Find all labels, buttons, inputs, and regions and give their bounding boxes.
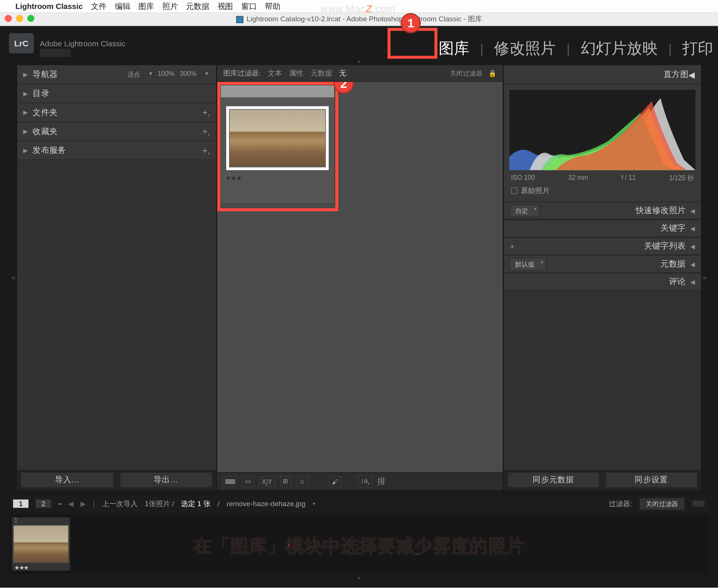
close-window-button[interactable] bbox=[5, 15, 12, 22]
window-title: Lightroom Catalog-v10-2.lrcat - Adobe Ph… bbox=[246, 14, 482, 24]
quick-develop-label: 快速修改照片 bbox=[636, 205, 685, 216]
triangle-right-icon: ▶ bbox=[23, 90, 28, 96]
nav-forward-icon[interactable]: ▶ bbox=[80, 499, 86, 508]
left-panel: ▶ 导航器 适合▾ 100% 300%▾ ▶ 目录 ▶ 文件夹 +, ▶ bbox=[17, 65, 216, 490]
display-secondary[interactable]: 2 bbox=[36, 499, 51, 508]
triangle-right-icon: ▶ bbox=[23, 109, 28, 116]
collections-label: 收藏夹 bbox=[33, 126, 58, 137]
triangle-right-icon: ▶ bbox=[23, 147, 28, 154]
module-sep: | bbox=[668, 41, 672, 57]
thumbnail-image bbox=[229, 109, 326, 167]
menubar-app[interactable]: Lightroom Classic bbox=[15, 2, 83, 11]
triangle-left-icon: ◀ bbox=[690, 207, 695, 214]
sort-direction-icon[interactable]: ↕az bbox=[358, 475, 373, 487]
minimize-window-button[interactable] bbox=[16, 15, 23, 22]
catalog-header[interactable]: ▶ 目录 bbox=[17, 84, 216, 103]
filter-meta[interactable]: 元数据 bbox=[311, 68, 332, 78]
collections-header[interactable]: ▶ 收藏夹 +, bbox=[17, 122, 216, 141]
filter-text[interactable]: 文本 bbox=[268, 68, 282, 78]
triangle-right-icon: ▶ bbox=[23, 71, 28, 77]
breadcrumb-source[interactable]: 上一次导入 bbox=[102, 499, 138, 509]
filmstrip-rating: ★★★ bbox=[12, 564, 70, 570]
module-library[interactable]: 图库 bbox=[439, 38, 470, 59]
metadata-preset[interactable]: 默认值 bbox=[510, 258, 546, 270]
menu-edit[interactable]: 编辑 bbox=[115, 1, 130, 12]
filter-none[interactable]: 无 bbox=[339, 68, 346, 78]
keywording-header[interactable]: 关键字 ◀ bbox=[504, 219, 701, 237]
collections-add-icon[interactable]: +, bbox=[202, 126, 210, 136]
navigator-header[interactable]: ▶ 导航器 适合▾ 100% 300%▾ bbox=[17, 65, 216, 84]
menu-library[interactable]: 图库 bbox=[138, 1, 154, 12]
menu-metadata[interactable]: 元数据 bbox=[186, 1, 209, 12]
filter-switch[interactable] bbox=[692, 500, 705, 507]
left-panel-expander[interactable]: ◀ bbox=[9, 65, 16, 490]
center-panel: 图库过滤器: 文本 属性 元数据 无 关闭过滤器 🔒 ★★★ bbox=[217, 65, 503, 490]
navigator-fit[interactable]: 适合 bbox=[126, 70, 142, 79]
navigator-100[interactable]: 100% bbox=[156, 70, 176, 79]
menu-help[interactable]: 帮助 bbox=[265, 1, 280, 12]
nav-back-icon[interactable]: ◀ bbox=[68, 499, 73, 508]
quick-develop-preset[interactable]: 自定 bbox=[510, 204, 539, 217]
export-button[interactable]: 导出... bbox=[120, 472, 212, 487]
grid-icon[interactable]: ▪▪ bbox=[58, 499, 61, 508]
original-checkbox[interactable] bbox=[511, 187, 517, 194]
menu-window[interactable]: 窗口 bbox=[241, 1, 257, 12]
histogram-iso: ISO 100 bbox=[511, 174, 535, 183]
zoom-window-button[interactable] bbox=[27, 15, 34, 22]
grid-view-icon[interactable]: ▦▦ bbox=[222, 476, 237, 487]
triangle-left-icon: ◀ bbox=[690, 225, 695, 231]
navigator-300[interactable]: 300% bbox=[178, 70, 198, 79]
original-label: 原始照片 bbox=[521, 186, 549, 196]
publish-header[interactable]: ▶ 发布服务 +, bbox=[17, 141, 216, 160]
filter-close[interactable]: 关闭过滤器 bbox=[450, 69, 482, 78]
sync-metadata-button[interactable]: 同步元数据 bbox=[507, 472, 599, 487]
import-button[interactable]: 导入... bbox=[21, 472, 114, 487]
module-develop[interactable]: 修改照片 bbox=[494, 38, 556, 59]
menu-view[interactable]: 视图 bbox=[218, 1, 233, 12]
triangle-left-icon: ◀ bbox=[690, 278, 695, 285]
photo-thumbnail[interactable]: ★★★ bbox=[221, 86, 335, 204]
bottom-panel-expander[interactable]: ▼ bbox=[0, 575, 718, 581]
survey-view-icon[interactable]: ⊞ bbox=[280, 476, 291, 487]
module-slideshow[interactable]: 幻灯片放映 bbox=[581, 38, 658, 59]
keyword-list-header[interactable]: + 关键字列表 ◀ bbox=[504, 237, 701, 255]
compare-view-icon[interactable]: X|Y bbox=[259, 476, 275, 487]
filmstrip[interactable]: 1 ★★★ 在「图库」模块中选择要减少雾度的照片 bbox=[9, 515, 708, 575]
top-panel-expander[interactable]: ▲ bbox=[0, 58, 718, 64]
breadcrumb-filename: remove-haze-dehaze.jpg bbox=[227, 499, 306, 508]
publish-add-icon[interactable]: +, bbox=[202, 145, 210, 156]
keyword-list-label: 关键字列表 bbox=[644, 241, 685, 252]
folders-add-icon[interactable]: +, bbox=[202, 107, 210, 117]
people-view-icon[interactable]: ☺ bbox=[296, 476, 309, 487]
lrc-titlebar-icon bbox=[236, 16, 243, 23]
menu-file[interactable]: 文件 bbox=[91, 1, 106, 12]
breadcrumb-sep: / bbox=[218, 499, 220, 508]
identity-plate: LrC Adobe Lightroom Classic bbox=[9, 33, 126, 53]
painter-tool-icon[interactable]: 🖌 bbox=[329, 476, 341, 487]
sync-settings-button[interactable]: 同步设置 bbox=[605, 472, 697, 487]
keyword-add-icon[interactable]: + bbox=[510, 241, 515, 251]
quick-develop-header[interactable]: 自定 快速修改照片 ◀ bbox=[504, 202, 701, 220]
display-primary[interactable]: 1 bbox=[13, 499, 28, 508]
folders-header[interactable]: ▶ 文件夹 +, bbox=[17, 103, 216, 122]
module-sep: | bbox=[480, 41, 484, 57]
footer-filter-dropdown[interactable]: 关闭过滤器 bbox=[639, 498, 685, 510]
metadata-header[interactable]: 默认值 元数据 ◀ bbox=[504, 255, 701, 273]
filmstrip-thumbnail[interactable]: 1 ★★★ bbox=[12, 517, 70, 571]
module-print[interactable]: 打印 bbox=[682, 38, 714, 59]
publish-label: 发布服务 bbox=[33, 145, 66, 156]
right-panel-expander[interactable]: ▶ bbox=[702, 65, 708, 490]
thumbnail-rating[interactable]: ★★★ bbox=[225, 175, 329, 182]
loupe-view-icon[interactable]: ▭ bbox=[242, 476, 254, 487]
filter-lock-icon[interactable]: 🔒 bbox=[488, 70, 497, 77]
filter-attr[interactable]: 属性 bbox=[289, 68, 303, 78]
histogram-header[interactable]: 直方图 ◀ bbox=[504, 65, 701, 84]
menu-photo[interactable]: 照片 bbox=[162, 1, 178, 12]
comments-label: 评论 bbox=[669, 277, 685, 287]
lrc-logo-icon: LrC bbox=[9, 33, 34, 53]
sort-label[interactable]: 排 bbox=[377, 476, 386, 487]
grid-view[interactable]: ★★★ 2 bbox=[217, 82, 503, 472]
folders-label: 文件夹 bbox=[33, 107, 58, 118]
comments-header[interactable]: 评论 ◀ bbox=[504, 273, 701, 291]
module-picker: 图库 | 修改照片 | 幻灯片放映 | 打印 bbox=[439, 38, 714, 59]
